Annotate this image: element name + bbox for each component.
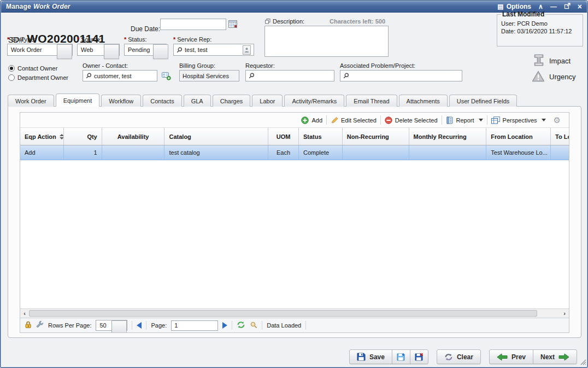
service-rep-contact-button[interactable] (243, 45, 251, 55)
column-header-non-recurring[interactable]: Non-Recurring (343, 128, 409, 145)
requestor-input[interactable] (245, 70, 334, 81)
column-header-to-location[interactable]: To Lo (551, 128, 569, 145)
due-date-input[interactable] (160, 19, 226, 30)
page-number-input[interactable]: 1 (171, 320, 218, 331)
lock-icon[interactable] (25, 321, 32, 330)
refresh-icon[interactable] (237, 321, 245, 330)
save-and-close-button[interactable] (410, 349, 428, 364)
delete-icon (385, 116, 392, 124)
previous-page-arrow[interactable] (137, 322, 142, 329)
popout-button[interactable] (564, 3, 571, 10)
tab-contacts[interactable]: Contacts (143, 95, 181, 107)
next-page-arrow[interactable] (222, 322, 227, 329)
report-dropdown-button[interactable]: Report (442, 116, 487, 124)
tab-strip: Work Order Equipment Workflow Contacts G… (8, 94, 517, 107)
search-icon (249, 73, 255, 79)
department-owner-radio[interactable]: Department Owner (8, 74, 68, 81)
prev-button[interactable]: Prev (489, 349, 533, 364)
search-grid-icon[interactable] (250, 321, 257, 330)
scrollbar-thumb[interactable] (29, 310, 537, 317)
status-select[interactable]: Pending (124, 44, 167, 56)
sort-icon (60, 134, 64, 139)
save-and-new-button[interactable] (392, 349, 410, 364)
calendar-icon[interactable] (228, 20, 238, 30)
close-button[interactable]: × (578, 3, 582, 10)
options-list-icon: ▤ (497, 3, 503, 10)
save-button[interactable]: Save (349, 349, 392, 364)
wrench-icon[interactable] (36, 321, 44, 330)
requestor-label: Requestor: (245, 62, 275, 69)
contact-owner-radio[interactable]: Contact Owner (8, 65, 57, 72)
equipment-grid: Add Edit Selected Delete Selected Report (20, 112, 569, 333)
table-row-selected[interactable]: Add 1 test catalog Each Complete Test Wa… (20, 145, 569, 160)
tab-email-thread[interactable]: Email Thread (346, 95, 397, 107)
tab-work-order[interactable]: Work Order (8, 95, 54, 107)
add-button[interactable]: Add (297, 116, 326, 124)
service-rep-input[interactable]: test, test (173, 44, 254, 56)
urgency-label: Urgency (549, 73, 575, 81)
scroll-left-arrow[interactable]: ‹ (20, 309, 29, 318)
rows-per-page-select[interactable]: 50 (96, 320, 127, 331)
equipment-tab-panel: Add Edit Selected Delete Selected Report (8, 106, 581, 338)
owner-contact-label: Owner - Contact: (83, 62, 128, 69)
save-close-icon (415, 353, 424, 361)
grid-empty-area (20, 160, 569, 308)
expand-description-icon[interactable] (265, 19, 271, 24)
radio-unselected-icon (8, 74, 15, 81)
report-icon (446, 116, 454, 124)
footer-actions: Save Clear Prev Next (349, 349, 577, 364)
dropdown-caret-icon (542, 119, 546, 121)
tab-user-defined-fields[interactable]: User Defined Fields (449, 95, 518, 107)
column-header-eqp-action[interactable]: Eqp Action (20, 128, 64, 145)
column-header-status[interactable]: Status (299, 128, 343, 145)
tab-charges[interactable]: Charges (213, 95, 251, 107)
sd-type-select[interactable]: Work Order (7, 44, 73, 56)
edit-selected-button[interactable]: Edit Selected (327, 116, 380, 124)
horizontal-scrollbar[interactable]: ‹ › (20, 308, 569, 318)
clear-button[interactable]: Clear (437, 349, 481, 364)
impact-label: Impact (549, 57, 571, 65)
grid-header-row: Eqp Action Qty Availability Catalog UOM … (20, 128, 569, 145)
perspectives-dropdown-button[interactable]: Perspectives (487, 116, 550, 124)
grid-settings-button[interactable]: ⚙ (550, 115, 565, 125)
save-new-icon (397, 353, 405, 361)
column-header-from-location[interactable]: From Location (486, 128, 551, 145)
collapse-button[interactable]: ∧ (538, 3, 543, 10)
gear-icon: ⚙ (554, 115, 561, 125)
column-header-availability[interactable]: Availability (102, 128, 165, 145)
billing-group-field: Hospital Services (179, 70, 239, 81)
column-header-monthly-recurring[interactable]: Monthly Recurring (409, 128, 487, 145)
grid-pager-bar: Rows Per Page: 50 Page: 1 (20, 318, 569, 332)
add-contact-icon[interactable] (162, 71, 171, 81)
column-header-uom[interactable]: UOM (268, 128, 299, 145)
tab-gla[interactable]: GLA (184, 95, 211, 107)
last-modified-box: Last Modified User: PCR Demo Date: 03/16… (497, 10, 583, 46)
tab-attachments[interactable]: Attachments (399, 95, 448, 107)
column-header-catalog[interactable]: Catalog (164, 128, 268, 145)
next-button[interactable]: Next (533, 349, 577, 364)
source-select[interactable]: Web (77, 44, 120, 56)
options-button[interactable]: ▤ Options (497, 3, 531, 10)
prev-arrow-icon (497, 353, 508, 361)
tab-activity-remarks[interactable]: Activity/Remarks (284, 95, 344, 107)
scroll-right-arrow[interactable]: › (560, 309, 569, 318)
tab-equipment[interactable]: Equipment (56, 94, 100, 107)
column-header-qty[interactable]: Qty (64, 128, 102, 145)
sd-type-label: *SD Type: (7, 36, 36, 43)
delete-selected-button[interactable]: Delete Selected (381, 116, 442, 124)
minimize-button[interactable]: — (550, 3, 557, 10)
impact-icon[interactable] (533, 54, 545, 68)
tab-workflow[interactable]: Workflow (101, 95, 141, 107)
tab-labor[interactable]: Labor (252, 95, 283, 107)
add-icon (301, 116, 309, 124)
page-label: Page: (151, 322, 167, 329)
owner-contact-input[interactable]: customer, test (83, 70, 157, 81)
resize-grip[interactable] (580, 359, 586, 366)
associated-problem-input[interactable] (340, 70, 462, 81)
urgency-icon[interactable] (532, 71, 545, 83)
description-textarea[interactable] (264, 26, 389, 57)
window-title: ManageWork Order (6, 3, 497, 10)
associated-problem-label: Associated Problem/Project: (340, 62, 415, 69)
billing-group-label: Billing Group: (179, 62, 215, 69)
grid-toolbar: Add Edit Selected Delete Selected Report (20, 113, 569, 128)
